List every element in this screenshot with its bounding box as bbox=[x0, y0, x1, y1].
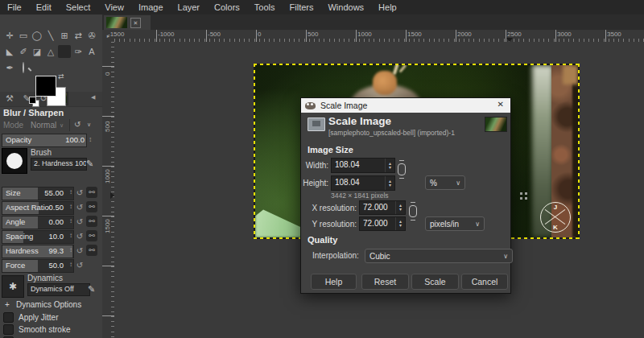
mode-select[interactable]: Normal bbox=[31, 121, 56, 130]
unit-select[interactable]: % ∨ bbox=[425, 175, 465, 190]
force-spinner-icon[interactable]: ↕ bbox=[69, 261, 72, 268]
brush-thumbnail[interactable] bbox=[2, 148, 27, 174]
hardness-link-button[interactable]: ⚯ bbox=[86, 245, 97, 256]
aspect-ratio-link-button[interactable]: ⚯ bbox=[86, 201, 97, 212]
dynamics-field[interactable]: Dynamics Off bbox=[27, 283, 90, 296]
layer-boundary bbox=[254, 64, 255, 239]
spin-down-icon[interactable]: ▾ bbox=[399, 224, 402, 228]
image-tab[interactable]: ✕ bbox=[104, 15, 151, 30]
text-tool[interactable]: A bbox=[85, 45, 98, 58]
aspect-ratio-slider[interactable]: Aspect Ratio 0.50 ↕ bbox=[2, 201, 74, 215]
interpolation-select[interactable]: Cubic ∨ bbox=[365, 249, 513, 263]
y-resolution-spinner[interactable]: ▴ ▾ bbox=[395, 217, 405, 230]
resolution-link-chain-icon[interactable] bbox=[408, 202, 418, 221]
scale-button[interactable]: Scale bbox=[411, 274, 459, 290]
size-link-button[interactable]: ⚯ bbox=[86, 187, 97, 198]
move-tool[interactable]: ✛ bbox=[3, 29, 16, 42]
menu-item-filters[interactable]: Filters bbox=[283, 0, 321, 14]
bucket-fill-tool[interactable]: ◣ bbox=[3, 45, 16, 58]
angle-reset-icon[interactable]: ↺ bbox=[75, 217, 85, 226]
blur-sharpen-tool[interactable] bbox=[58, 45, 71, 58]
horizontal-ruler[interactable]: -1500 -1000 -500 0 500 1000 1500 2000 25… bbox=[114, 30, 644, 43]
aspect-ratio-reset-icon[interactable]: ↺ bbox=[75, 203, 85, 212]
spacing-spinner-icon[interactable]: ↕ bbox=[69, 232, 72, 239]
tab-close-icon[interactable]: ✕ bbox=[130, 18, 141, 28]
tool-options-tab[interactable]: ⚒ bbox=[2, 92, 18, 105]
menu-item-help[interactable]: Help bbox=[371, 0, 404, 14]
hardness-reset-icon[interactable]: ↺ bbox=[75, 246, 85, 255]
force-reset-icon[interactable]: ↺ bbox=[75, 261, 85, 270]
spacing-link-button[interactable]: ⚯ bbox=[86, 230, 97, 241]
spacing-slider[interactable]: Spacing 10.0 ↕ bbox=[2, 230, 74, 244]
smudge-tool[interactable]: ✑ bbox=[72, 45, 85, 58]
size-link-chain-icon[interactable] bbox=[397, 160, 407, 179]
hardness-slider[interactable]: Hardness 99.3 ↕ bbox=[2, 245, 74, 258]
free-select-tool[interactable]: ◯ bbox=[31, 29, 43, 42]
v-ruler-label: 1500 bbox=[104, 219, 111, 233]
menu-item-image[interactable]: Image bbox=[131, 0, 171, 14]
dialog-titlebar[interactable]: Scale Image ✕ bbox=[301, 98, 510, 113]
checkbox-smooth-stroke[interactable]: Smooth stroke bbox=[3, 324, 70, 335]
spin-down-icon[interactable]: ▾ bbox=[399, 208, 402, 212]
height-field[interactable]: 108.04 ▴ ▾ bbox=[331, 175, 395, 191]
menu-item-view[interactable]: View bbox=[97, 0, 131, 14]
angle-slider[interactable]: Angle 0.00 ↕ bbox=[2, 216, 74, 229]
width-field[interactable]: 108.04 ▴ ▾ bbox=[331, 158, 395, 173]
size-slider[interactable]: Size 55.00 ↕ bbox=[2, 187, 74, 200]
layer-boundary bbox=[254, 64, 580, 65]
clone-tool[interactable]: ✇ bbox=[85, 29, 98, 42]
hardness-spinner-icon[interactable]: ↕ bbox=[69, 246, 72, 254]
vertical-ruler[interactable]: 0 500 1000 1500 bbox=[102, 42, 115, 338]
menu-item-file[interactable]: File bbox=[0, 0, 29, 14]
mode-switch-icon[interactable]: ↺ bbox=[74, 120, 80, 129]
help-button[interactable]: Help bbox=[311, 274, 357, 290]
resolution-unit-select[interactable]: pixels/in ∨ bbox=[425, 216, 485, 231]
rectangle-select-tool[interactable]: ▭ bbox=[17, 29, 30, 42]
zoom-tool[interactable] bbox=[17, 61, 30, 74]
width-spinner[interactable]: ▴ ▾ bbox=[385, 159, 394, 172]
airbrush-tool[interactable]: △ bbox=[44, 45, 57, 58]
edit-dynamics-button[interactable]: ✎ bbox=[88, 284, 95, 295]
menu-item-select[interactable]: Select bbox=[59, 0, 98, 14]
transform-tool[interactable]: ⇄ bbox=[72, 29, 85, 42]
swap-colors-icon[interactable]: ⇄ bbox=[58, 72, 64, 80]
default-colors-icon[interactable] bbox=[29, 97, 36, 104]
menu-item-colors[interactable]: Colors bbox=[207, 0, 247, 14]
dialog-close-button[interactable]: ✕ bbox=[497, 100, 504, 109]
cancel-button[interactable]: Cancel bbox=[461, 274, 508, 290]
brush-name-field[interactable]: 2. Hardness 100 bbox=[31, 158, 87, 171]
menu-item-windows[interactable]: Windows bbox=[320, 0, 371, 14]
size-reset-icon[interactable]: ↺ bbox=[75, 188, 85, 197]
dynamics-options-expander[interactable]: + Dynamics Options bbox=[3, 300, 81, 309]
paintbrush-tool[interactable]: ✐ bbox=[17, 45, 30, 58]
opacity-slider[interactable]: Opacity 100.0 bbox=[2, 134, 87, 147]
x-resolution-field[interactable]: 72.000 ▴ ▾ bbox=[359, 200, 406, 215]
crop-tool[interactable]: ⊞ bbox=[58, 29, 71, 42]
opacity-spinner-icon[interactable]: ↕ bbox=[89, 135, 93, 143]
paths-tool[interactable]: ╲ bbox=[44, 29, 57, 42]
spin-down-icon[interactable]: ▾ bbox=[389, 183, 391, 188]
menu-item-tools[interactable]: Tools bbox=[247, 0, 283, 14]
mode-switch-chevron-icon[interactable]: ∨ bbox=[87, 122, 91, 128]
height-spinner[interactable]: ▴ ▾ bbox=[385, 176, 394, 190]
angle-link-button[interactable]: ⚯ bbox=[86, 216, 97, 227]
spin-down-icon[interactable]: ▾ bbox=[389, 166, 391, 170]
size-spinner-icon[interactable]: ↕ bbox=[69, 188, 72, 196]
y-resolution-field[interactable]: 72.000 ▴ ▾ bbox=[359, 216, 406, 231]
x-resolution-spinner[interactable]: ▴ ▾ bbox=[395, 201, 405, 214]
angle-spinner-icon[interactable]: ↕ bbox=[69, 217, 72, 225]
fg-color-swatch[interactable] bbox=[35, 76, 56, 97]
aspect-ratio-spinner-icon[interactable]: ↕ bbox=[69, 203, 72, 210]
force-slider[interactable]: Force 50.0 ↕ bbox=[2, 259, 74, 273]
mode-row: Mode Normal ∨ ↺ ∨ bbox=[0, 119, 102, 133]
reset-button[interactable]: Reset bbox=[361, 274, 409, 290]
edit-brush-button[interactable]: ✎ bbox=[86, 159, 93, 169]
spacing-reset-icon[interactable]: ↺ bbox=[75, 232, 85, 241]
eraser-tool[interactable]: ◪ bbox=[31, 45, 43, 58]
dock-collapse-button[interactable]: ◀ bbox=[91, 94, 95, 101]
checkbox-apply-jitter[interactable]: Apply Jitter bbox=[3, 312, 58, 323]
ink-tool[interactable]: ✒ bbox=[3, 61, 16, 74]
dynamics-thumbnail[interactable]: ✱ bbox=[2, 275, 24, 298]
menu-item-layer[interactable]: Layer bbox=[171, 0, 208, 14]
menu-item-edit[interactable]: Edit bbox=[29, 0, 59, 14]
